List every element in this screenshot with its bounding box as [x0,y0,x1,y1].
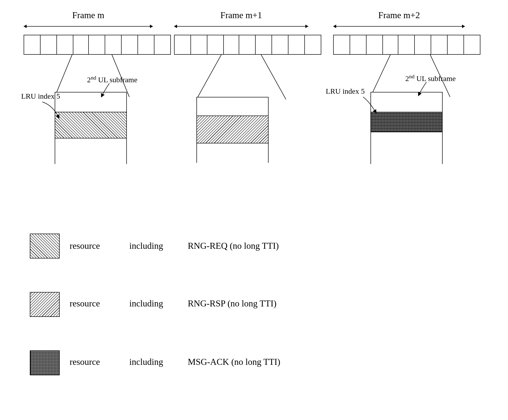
legend-msg-2: RNG-RSP (no long TTI) [188,298,277,309]
frame-m-arrow [24,26,153,27]
legend-msg-1: RNG-REQ (no long TTI) [188,241,279,251]
legend-swatch-rng-req [30,234,60,258]
lru-index-m2-label: LRU index 5 [326,87,365,95]
frame-m2-label: Frame m+2 [333,10,465,20]
frame-m1-label: Frame m+1 [174,10,308,20]
lru-m-arrow [42,97,117,134]
frame-m2-arrow [333,26,465,27]
frame-m1-arrow [174,26,308,27]
legend-including-3: including [129,357,163,367]
frame-m-label: Frame m [24,10,153,20]
ul-subframe-m2-label: 2nd UL subframe [405,73,456,83]
legend-including-1: including [129,241,163,251]
ul-m-arrow [109,83,184,121]
legend-resource-2: resource [70,298,100,309]
svg-line-3 [261,55,286,99]
ul-m2-arrow [421,82,496,119]
diagram-area: Frame m Frame m+1 [0,0,508,420]
legend-resource-1: resource [70,241,100,251]
frame-m1-expanded [196,97,269,163]
legend-swatch-rng-rsp [30,292,60,317]
ul-subframe-m-label: 2nd UL subframe [87,75,138,84]
svg-line-4 [370,55,390,97]
legend-swatch-msg-ack [30,350,60,375]
legend-including-2: including [129,298,163,309]
svg-line-0 [55,55,72,97]
legend-msg-3: MSG-ACK (no long TTI) [188,357,280,367]
legend-resource-3: resource [70,357,100,367]
frame-m1-connector [204,35,278,99]
svg-line-2 [196,55,221,99]
